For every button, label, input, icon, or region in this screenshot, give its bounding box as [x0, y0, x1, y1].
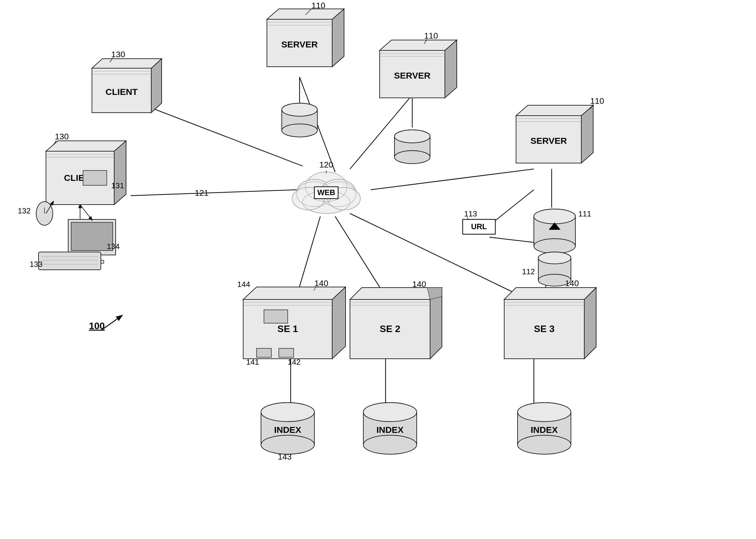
- svg-text:133: 133: [30, 260, 42, 269]
- svg-text:INDEX: INDEX: [274, 425, 301, 435]
- svg-text:URL: URL: [471, 222, 487, 231]
- svg-marker-37: [267, 9, 344, 19]
- svg-text:SE 2: SE 2: [379, 324, 400, 334]
- svg-rect-128: [264, 310, 288, 323]
- svg-rect-129: [257, 348, 271, 357]
- svg-text:143: 143: [278, 452, 292, 461]
- svg-text:SERVER: SERVER: [394, 71, 431, 80]
- svg-text:110: 110: [590, 96, 604, 106]
- svg-point-79: [538, 252, 571, 264]
- svg-point-60: [394, 130, 430, 143]
- svg-text:131: 131: [111, 181, 124, 190]
- svg-point-166: [518, 435, 571, 454]
- svg-point-161: [363, 435, 417, 454]
- svg-rect-106: [71, 222, 113, 251]
- svg-text:130: 130: [55, 132, 69, 141]
- svg-text:134: 134: [107, 242, 120, 251]
- svg-text:132: 132: [18, 206, 31, 215]
- svg-point-167: [518, 403, 571, 422]
- svg-text:130: 130: [111, 50, 125, 59]
- svg-text:141: 141: [246, 357, 259, 366]
- svg-point-59: [394, 151, 430, 164]
- svg-point-156: [261, 403, 314, 422]
- svg-text:121: 121: [195, 188, 209, 197]
- svg-text:142: 142: [288, 357, 300, 366]
- svg-line-2: [371, 169, 534, 190]
- svg-text:SERVER: SERVER: [531, 136, 567, 146]
- svg-text:111: 111: [578, 209, 591, 218]
- svg-text:140: 140: [314, 279, 328, 288]
- svg-line-14: [489, 190, 534, 225]
- svg-marker-123: [243, 287, 346, 299]
- svg-marker-146: [584, 287, 596, 359]
- svg-marker-147: [504, 287, 596, 299]
- svg-line-4: [130, 190, 296, 196]
- svg-text:112: 112: [522, 267, 535, 276]
- svg-text:110: 110: [424, 31, 438, 40]
- svg-text:WEB: WEB: [317, 188, 335, 197]
- svg-text:SE 3: SE 3: [534, 324, 554, 334]
- diagram-svg: WEB 120 SERVER 110: [0, 0, 756, 539]
- svg-text:144: 144: [237, 280, 250, 289]
- svg-point-46: [282, 124, 317, 137]
- svg-line-15: [489, 237, 540, 243]
- svg-text:140: 140: [412, 279, 426, 289]
- svg-marker-96: [46, 141, 126, 151]
- svg-text:140: 140: [565, 279, 579, 288]
- svg-marker-50: [379, 40, 457, 50]
- diagram-container: WEB 120 SERVER 110: [0, 0, 756, 539]
- svg-text:SE 1: SE 1: [277, 324, 298, 334]
- svg-marker-87: [92, 59, 162, 68]
- svg-point-73: [534, 209, 575, 224]
- svg-point-155: [261, 435, 314, 454]
- svg-point-162: [363, 403, 417, 422]
- svg-line-118: [80, 204, 92, 220]
- svg-point-72: [534, 239, 575, 254]
- svg-text:120: 120: [319, 160, 333, 169]
- svg-text:INDEX: INDEX: [377, 425, 404, 435]
- svg-marker-95: [114, 141, 126, 204]
- svg-marker-63: [516, 105, 593, 116]
- svg-rect-130: [279, 348, 294, 357]
- svg-text:113: 113: [464, 209, 477, 218]
- svg-text:SERVER: SERVER: [282, 39, 318, 49]
- svg-line-7: [350, 213, 522, 296]
- svg-text:CLIENT: CLIENT: [106, 87, 137, 97]
- svg-line-3: [148, 107, 302, 166]
- svg-text:110: 110: [311, 1, 325, 10]
- svg-text:INDEX: INDEX: [531, 425, 558, 435]
- svg-line-6: [335, 216, 385, 296]
- svg-rect-101: [83, 171, 107, 185]
- svg-rect-113: [39, 252, 101, 270]
- svg-point-47: [282, 103, 317, 116]
